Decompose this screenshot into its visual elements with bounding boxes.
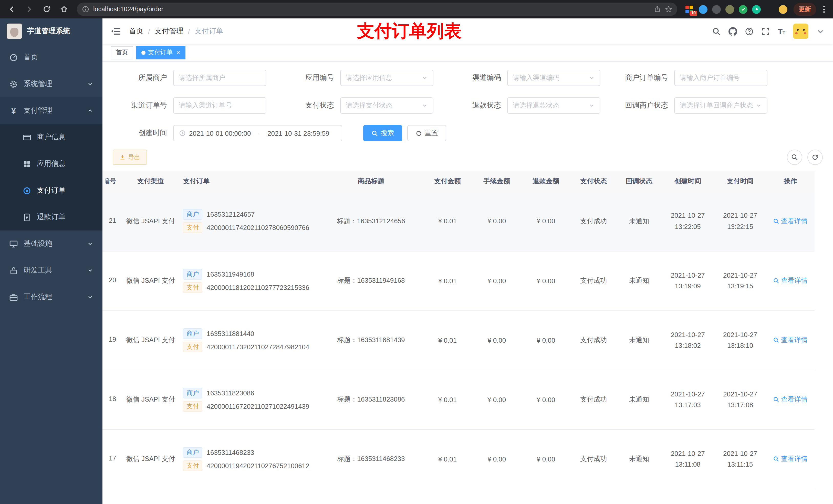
sidebar-item-pay-order[interactable]: 支付订单 (0, 177, 102, 204)
sidebar-item-label: 应用信息 (37, 159, 66, 169)
export-button[interactable]: 导出 (113, 149, 147, 165)
fullscreen-icon[interactable] (762, 27, 770, 35)
actions-cell: 查看详情 (766, 370, 814, 429)
col-header-title: 商品标题 (319, 171, 423, 192)
filter-label: 渠道订单号 (113, 101, 173, 110)
created-time-cell: 2021-10-27 13:22:05 (662, 192, 714, 251)
breadcrumb-pay[interactable]: 支付管理 (155, 27, 184, 36)
sidebar-item-system[interactable]: 系统管理 (0, 71, 102, 97)
browser-update-button[interactable]: 更新 (793, 3, 816, 16)
refund-amount-cell: ¥ 0.00 (521, 192, 570, 251)
user-avatar[interactable] (793, 24, 808, 39)
dashboard-icon (9, 53, 18, 62)
app-id-select[interactable]: 请选择应用信息 (340, 70, 433, 86)
toggle-search-icon[interactable] (787, 149, 802, 165)
address-bar[interactable]: localhost:1024/pay/order (77, 3, 677, 16)
reload-icon[interactable] (40, 3, 53, 16)
fee-amount-cell: ¥ 0.00 (472, 429, 521, 489)
font-size-icon[interactable]: TT (778, 27, 785, 35)
view-detail-link[interactable]: 查看详情 (773, 335, 808, 345)
sidebar-item-home[interactable]: 首页 (0, 44, 102, 71)
bookmark-star-icon[interactable] (665, 6, 672, 13)
forward-icon[interactable] (23, 3, 36, 16)
reset-button[interactable]: 重置 (407, 125, 446, 141)
pay-status-select[interactable]: 请选择支付状态 (340, 97, 433, 114)
chevron-down-icon (589, 102, 595, 109)
view-detail-link[interactable]: 查看详情 (773, 217, 808, 226)
date-end[interactable]: 2021-10-31 23:59:59 (267, 129, 329, 137)
date-start[interactable]: 2021-10-01 00:00:00 (189, 129, 251, 137)
chevron-down-icon (422, 102, 428, 109)
sidebar-item-workflow[interactable]: 工作流程 (0, 284, 102, 310)
extension-dark-icon[interactable] (712, 5, 721, 14)
merchant-badge: 商户 (183, 328, 203, 339)
site-info-icon[interactable] (82, 6, 89, 13)
product-title-cell: 标题：1635311823086 (319, 370, 423, 429)
merchant-order-no-input[interactable]: 请输入商户订单编号 (674, 70, 767, 86)
notify-status-select[interactable]: 请选择订单回调商户状态 (674, 97, 767, 114)
extensions-cluster: 10 (686, 5, 787, 14)
view-detail-link[interactable]: 查看详情 (773, 395, 808, 404)
table-row[interactable]: 21 微信 JSAPI 支付 商户 1635312124657 支付 42000… (102, 192, 814, 251)
fee-amount-cell: ¥ 0.00 (472, 192, 521, 251)
home-icon[interactable] (57, 3, 71, 16)
sidebar-item-payment[interactable]: ¥ 支付管理 (0, 97, 102, 124)
help-icon[interactable] (745, 27, 754, 35)
merchant-select[interactable]: 请选择所属商户 (173, 70, 266, 86)
browser-menu-icon[interactable] (820, 4, 828, 15)
url-text[interactable]: localhost:1024/pay/order (93, 6, 163, 13)
table-row[interactable]: 18 微信 JSAPI 支付 商户 1635311823086 支付 42000… (102, 370, 814, 429)
refund-status-select[interactable]: 请选择退款状态 (507, 97, 600, 114)
pay-badge: 支付 (183, 222, 203, 233)
extension-chat-icon[interactable] (752, 5, 761, 14)
sidebar-fold-icon[interactable] (111, 26, 121, 37)
filter-label: 退款状态 (447, 101, 507, 110)
sidebar-item-refund-order[interactable]: 退款订单 (0, 204, 102, 231)
sidebar-item-app-info[interactable]: 应用信息 (0, 150, 102, 177)
breadcrumb-home[interactable]: 首页 (129, 27, 143, 36)
create-time-range-picker[interactable]: 2021-10-01 00:00:00 - 2021-10-31 23:59:5… (173, 125, 342, 141)
back-icon[interactable] (5, 3, 19, 16)
sidebar-item-infra[interactable]: 基础设施 (0, 231, 102, 257)
created-time-cell: 2021-10-27 13:17:03 (662, 370, 714, 429)
refund-amount-cell: ¥ 0.00 (521, 251, 570, 310)
table-row-partial[interactable]: 商户 163531135736 (102, 489, 814, 504)
share-icon[interactable] (654, 6, 661, 13)
table-row[interactable]: 19 微信 JSAPI 支付 商户 1635311881440 支付 42000… (102, 310, 814, 370)
pay-status-cell: 支付成功 (570, 370, 617, 429)
tag-close-icon[interactable]: × (176, 49, 180, 56)
pay-status-cell: 支付成功 (570, 251, 617, 310)
tag-pay-order[interactable]: 支付订单 × (136, 46, 185, 59)
extension-olive-icon[interactable] (725, 5, 734, 14)
extension-drop-icon[interactable] (699, 5, 708, 14)
view-detail-link[interactable]: 查看详情 (773, 454, 808, 463)
refund-amount-cell: ¥ 0.00 (521, 370, 570, 429)
profile-avatar-icon[interactable] (779, 5, 787, 14)
table-row[interactable]: 17 微信 JSAPI 支付 商户 1635311468233 支付 42000… (102, 429, 814, 489)
sidebar-item-merchant-info[interactable]: 商户信息 (0, 124, 102, 150)
created-time-cell: 2021-10-27 13:19:09 (662, 251, 714, 310)
filter-label: 支付状态 (280, 101, 340, 110)
merchant-badge: 商户 (183, 269, 203, 280)
view-detail-link[interactable]: 查看详情 (773, 276, 808, 285)
search-icon[interactable] (712, 27, 721, 35)
search-icon (773, 337, 780, 343)
table-row[interactable]: 20 微信 JSAPI 支付 商户 1635311949168 支付 42000… (102, 251, 814, 310)
extension-check-icon[interactable] (739, 5, 747, 14)
extension-pinwheel-icon[interactable]: 10 (686, 5, 694, 14)
github-icon[interactable] (729, 27, 737, 35)
active-dot (141, 50, 145, 54)
channel-code-select[interactable]: 请输入渠道编码 (507, 70, 600, 86)
pay-status-cell: 支付成功 (570, 310, 617, 370)
search-button[interactable]: 搜索 (363, 125, 402, 141)
breadcrumb: 首页 / 支付管理 / 支付订单 (129, 27, 223, 36)
pay-amount-cell: ¥ 0.01 (423, 192, 472, 251)
extension-pin-icon[interactable] (765, 5, 774, 14)
pay-order-cell: 商户 1635312124657 支付 42000011742021102780… (180, 192, 319, 251)
channel-order-no-input[interactable]: 请输入渠道订单号 (173, 97, 266, 114)
sidebar-item-devtools[interactable]: 研发工具 (0, 257, 102, 284)
tag-home[interactable]: 首页 (111, 46, 133, 59)
table-refresh-icon[interactable] (807, 149, 823, 165)
user-menu-caret-icon[interactable] (816, 27, 825, 35)
fee-amount-cell: ¥ 0.00 (472, 310, 521, 370)
